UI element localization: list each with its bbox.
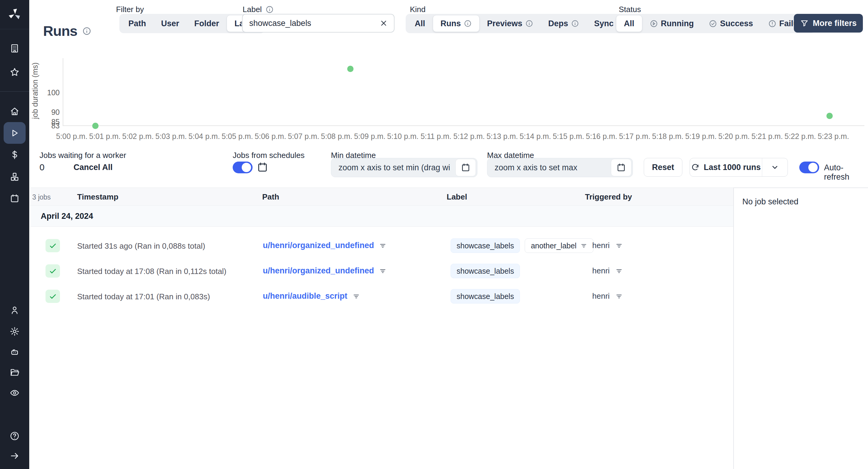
row-path-link[interactable]: u/henri/organized_undefined [263,266,374,276]
chart-x-tick: 5:10 p.m. [387,132,418,141]
chart-x-tick: 5:03 p.m. [155,132,187,141]
kind-option-runs[interactable]: Runs [433,15,480,32]
status-label: Status [619,5,641,14]
chart-point[interactable] [92,123,98,129]
chart-x-tick: 5:04 p.m. [188,132,220,141]
chart-x-tick: 5:05 p.m. [221,132,253,141]
status-option-success[interactable]: Success [701,15,761,32]
sidebar-item-schedules[interactable] [0,193,29,204]
filter-by-label-icon[interactable] [580,242,587,249]
filter-by-user-icon[interactable] [615,242,623,250]
row-path-link[interactable]: u/henri/audible_script [263,291,347,301]
column-header-path: Path [262,192,279,201]
runs-limit-dropdown-button[interactable] [762,158,787,176]
chart-x-tick: 5:00 p.m. [56,132,87,141]
filter-by-path-icon[interactable] [379,242,387,250]
chart-y-axis-title: job duration (ms) [31,56,39,126]
filter-by-option-folder[interactable]: Folder [187,15,227,32]
reset-button[interactable]: Reset [644,158,682,177]
status-option-success-text: Success [720,19,753,28]
chart-point[interactable] [347,66,353,72]
column-header-label: Label [447,192,467,201]
cancel-all-button[interactable]: Cancel All [73,163,113,172]
kind-option-previews[interactable]: Previews [479,15,541,32]
chart-x-tick: 5:08 p.m. [321,132,352,141]
help-circle-icon [10,431,20,441]
sidebar-item-users[interactable] [0,305,29,315]
table-row[interactable]: Started today at 17:08 (Ran in 0,112s to… [30,258,733,284]
filter-by-user-icon[interactable] [615,267,623,275]
sidebar [0,0,29,469]
clear-label-icon[interactable] [373,19,394,27]
sidebar-item-resources[interactable] [0,172,29,182]
min-datetime-calendar-button[interactable] [456,159,476,176]
status-option-running[interactable]: Running [642,15,701,32]
jobs-waiting-label: Jobs waiting for a worker [39,151,126,160]
kind-option-sync-text: Sync [594,19,614,28]
table-row[interactable]: Started today at 17:01 (Ran in 0,083s) u… [30,284,733,309]
page-title-text: Runs [43,23,78,39]
label-badge[interactable]: another_label [525,239,593,253]
alert-circle-icon [768,20,776,28]
max-datetime-input[interactable] [494,163,611,173]
chart-x-tick: 5:19 p.m. [685,132,716,141]
row-triggered-by: henri [592,291,610,301]
label-field-label-text: Label [243,5,262,14]
home-icon [10,106,20,116]
label-badge[interactable]: showcase_labels [451,289,520,304]
filter-by-user-icon[interactable] [615,292,623,300]
gear-icon [10,326,20,336]
boxes-icon [10,172,20,182]
sidebar-item-runs[interactable] [4,122,26,144]
jobs-count: 3 jobs [32,193,51,201]
sidebar-item-variables[interactable] [0,150,29,160]
success-check-icon [45,264,60,278]
sidebar-item-workspace[interactable] [0,43,29,53]
max-datetime-calendar-button[interactable] [611,159,631,176]
play-circle-icon [650,20,658,28]
label-filter-input[interactable] [243,19,373,28]
max-datetime-field [487,158,633,177]
windmill-logo[interactable] [0,0,29,29]
chart-x-tick: 5:02 p.m. [122,132,154,141]
kind-option-deps[interactable]: Deps [541,15,587,32]
chart-x-tick: 5:09 p.m. [354,132,385,141]
success-check-icon [45,290,60,303]
min-datetime-input[interactable] [338,163,456,173]
filter-by-option-path[interactable]: Path [121,15,154,32]
info-icon[interactable] [82,27,91,36]
label-badge[interactable]: showcase_labels [451,264,520,278]
filter-by-path-icon[interactable] [379,267,387,275]
sidebar-item-audit-logs[interactable] [0,388,29,398]
status-option-all[interactable]: All [616,15,642,32]
sidebar-item-home[interactable] [0,106,29,116]
more-filters-button[interactable]: More filters [794,14,863,33]
sidebar-item-help[interactable] [0,431,29,441]
chart-y-tick: 83 [41,122,60,130]
filter-by-path-icon[interactable] [352,292,360,300]
sidebar-item-workers[interactable] [0,347,29,357]
row-path-link[interactable]: u/henri/organized_undefined [263,241,374,250]
dollar-icon [10,150,20,160]
schedule-calendar-icon[interactable] [257,162,268,173]
chart-x-tick: 5:07 p.m. [288,132,319,141]
kind-option-all[interactable]: All [407,15,433,32]
sidebar-item-folders[interactable] [0,368,29,377]
sidebar-item-favorites[interactable] [0,67,29,77]
sidebar-item-expand[interactable] [0,451,29,461]
label-badge[interactable]: showcase_labels [451,239,520,253]
auto-refresh-toggle[interactable] [799,162,819,173]
calendar-icon [10,193,20,204]
filter-by-label: Filter by [116,5,144,14]
filter-by-option-user[interactable]: User [154,15,187,32]
table-row[interactable]: Started 31s ago (Ran in 0,088s total) u/… [30,233,733,258]
kind-label: Kind [410,5,426,14]
sidebar-item-settings[interactable] [0,326,29,336]
chart-point[interactable] [827,113,833,119]
chart-x-tick: 5:01 p.m. [89,132,121,141]
refresh-runs-button[interactable]: Last 1000 runs [690,158,762,176]
row-triggered-by: henri [592,241,610,250]
jobs-from-schedules-toggle[interactable] [233,162,253,173]
chart-y-axis-line [63,58,63,126]
info-icon[interactable] [266,5,274,13]
